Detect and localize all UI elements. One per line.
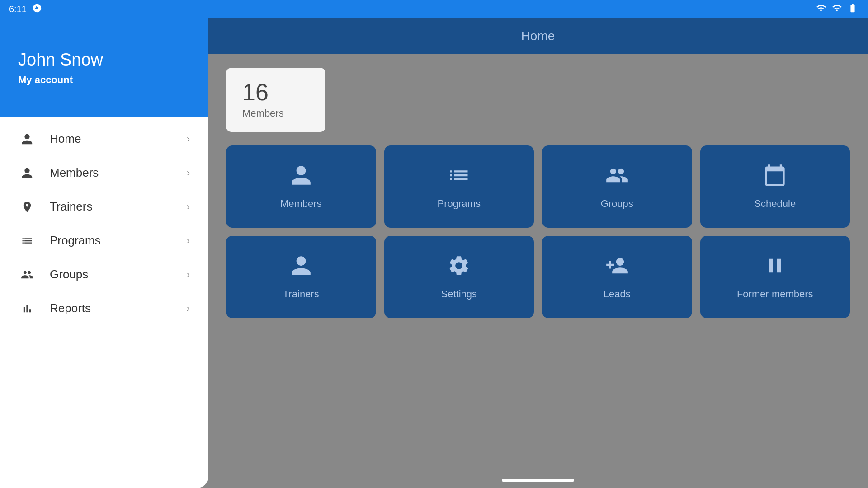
- sidebar-trainers-label: Trainers: [50, 200, 187, 214]
- tile-members-icon: [289, 164, 313, 191]
- sidebar-item-trainers[interactable]: Trainers ›: [0, 190, 208, 224]
- sidebar-members-label: Members: [50, 166, 187, 180]
- bar-chart-icon: [18, 302, 36, 315]
- sidebar-header: John Snow My account: [0, 18, 208, 117]
- chevron-right-icon: ›: [187, 133, 190, 145]
- stat-card-members[interactable]: 16 Members: [226, 68, 326, 132]
- tile-leads-label: Leads: [604, 288, 631, 300]
- stat-number: 16: [242, 80, 309, 104]
- tile-leads[interactable]: Leads: [542, 236, 692, 318]
- sidebar-programs-label: Programs: [50, 234, 187, 248]
- tile-programs-label: Programs: [438, 198, 481, 210]
- content-body: 16 Members Members Pro: [208, 54, 868, 332]
- dnd-icon: [32, 3, 42, 15]
- members-person-icon: [18, 167, 36, 179]
- tile-trainers-icon: [289, 254, 313, 281]
- sidebar-menu: Home › Members › Trainers ›: [0, 117, 208, 488]
- sidebar-item-reports[interactable]: Reports ›: [0, 291, 208, 325]
- tile-schedule-label: Schedule: [754, 198, 796, 210]
- list-icon: [18, 235, 36, 247]
- status-bar-right: [815, 3, 859, 15]
- tile-groups-label: Groups: [601, 198, 633, 210]
- battery-icon: [846, 3, 859, 15]
- tile-former-members-label: Former members: [737, 288, 813, 300]
- sidebar: John Snow My account Home › Members ›: [0, 18, 208, 488]
- app-header: Home: [208, 18, 868, 54]
- tile-trainers[interactable]: Trainers: [226, 236, 376, 318]
- tile-leads-icon: [605, 254, 629, 281]
- tile-groups[interactable]: Groups: [542, 145, 692, 228]
- programs-chevron-icon: ›: [187, 235, 190, 247]
- tile-members[interactable]: Members: [226, 145, 376, 228]
- tile-schedule[interactable]: Schedule: [700, 145, 850, 228]
- stat-label: Members: [242, 108, 309, 119]
- sidebar-home-label: Home: [50, 132, 187, 146]
- trainers-chevron-icon: ›: [187, 201, 190, 213]
- status-bar-left: 6:11: [9, 3, 42, 15]
- tile-settings-icon: [447, 254, 471, 281]
- sidebar-item-home[interactable]: Home ›: [0, 122, 208, 156]
- tile-schedule-icon: [763, 164, 787, 191]
- tile-members-label: Members: [280, 198, 322, 210]
- content-area: Home 16 Members Members: [208, 18, 868, 488]
- main-container: John Snow My account Home › Members ›: [0, 18, 868, 488]
- sidebar-groups-label: Groups: [50, 267, 187, 282]
- status-bar: 6:11: [0, 0, 868, 18]
- tile-former-members[interactable]: Former members: [700, 236, 850, 318]
- reports-chevron-icon: ›: [187, 303, 190, 314]
- tile-settings[interactable]: Settings: [384, 236, 534, 318]
- members-chevron-icon: ›: [187, 167, 190, 179]
- sidebar-item-members[interactable]: Members ›: [0, 156, 208, 190]
- tile-groups-icon: [605, 164, 629, 191]
- tile-programs[interactable]: Programs: [384, 145, 534, 228]
- signal-icon: [832, 3, 842, 15]
- page-title: Home: [521, 29, 555, 43]
- wifi-icon: [815, 3, 827, 15]
- stats-row: 16 Members: [226, 68, 850, 132]
- location-icon: [18, 201, 36, 213]
- time-display: 6:11: [9, 4, 27, 14]
- tile-programs-icon: [447, 164, 471, 191]
- group-icon: [18, 268, 36, 281]
- person-icon: [18, 133, 36, 145]
- sidebar-account-link[interactable]: My account: [18, 74, 194, 86]
- tile-former-members-icon: [763, 254, 787, 281]
- tile-trainers-label: Trainers: [283, 288, 319, 300]
- tiles-grid: Members Programs Groups: [226, 145, 850, 318]
- groups-chevron-icon: ›: [187, 269, 190, 281]
- sidebar-item-programs[interactable]: Programs ›: [0, 224, 208, 258]
- bottom-nav-indicator: [502, 479, 574, 482]
- tile-settings-label: Settings: [441, 288, 477, 300]
- sidebar-item-groups[interactable]: Groups ›: [0, 258, 208, 291]
- sidebar-reports-label: Reports: [50, 301, 187, 315]
- sidebar-username: John Snow: [18, 50, 194, 70]
